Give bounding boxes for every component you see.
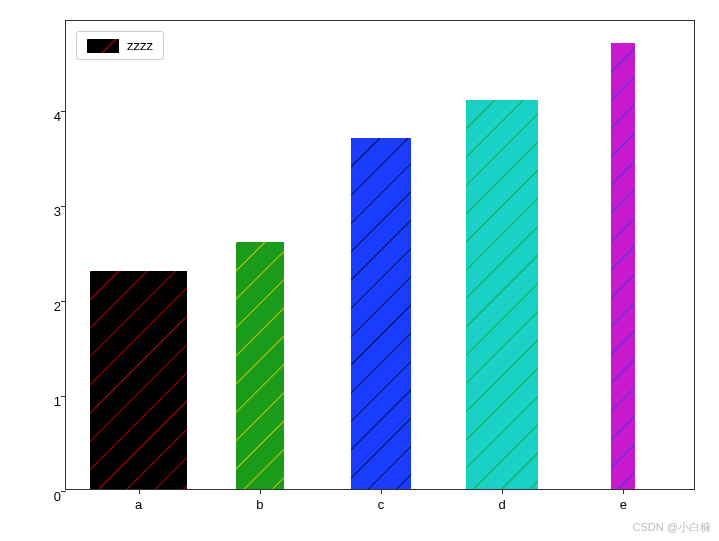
y-tick-label: 1	[54, 394, 61, 409]
legend-swatch	[87, 39, 119, 53]
y-tick-mark	[61, 111, 66, 112]
x-tick-mark	[139, 489, 140, 494]
chart-axes: zzzz 01234abcde	[65, 20, 695, 490]
y-tick-label: 4	[54, 109, 61, 124]
y-tick-mark	[61, 206, 66, 207]
chart-legend: zzzz	[76, 31, 164, 60]
x-tick-label: d	[499, 497, 506, 512]
y-tick-label: 2	[54, 299, 61, 314]
bar	[351, 138, 412, 489]
x-tick-label: c	[378, 497, 385, 512]
svg-rect-10	[351, 138, 412, 489]
x-tick-mark	[260, 489, 261, 494]
y-tick-label: 0	[54, 489, 61, 504]
legend-label: zzzz	[127, 38, 153, 53]
x-tick-label: b	[256, 497, 263, 512]
svg-rect-14	[611, 43, 635, 489]
svg-rect-16	[87, 39, 119, 53]
svg-rect-6	[90, 271, 187, 489]
bar	[90, 271, 187, 489]
y-tick-label: 3	[54, 204, 61, 219]
bar	[466, 100, 539, 489]
x-tick-mark	[381, 489, 382, 494]
y-tick-mark	[61, 396, 66, 397]
x-tick-mark	[623, 489, 624, 494]
svg-rect-8	[236, 242, 284, 489]
y-tick-mark	[61, 301, 66, 302]
watermark: CSDN @小白糠	[633, 520, 711, 535]
x-tick-label: e	[620, 497, 627, 512]
bar	[611, 43, 635, 489]
y-tick-mark	[61, 491, 66, 492]
bar	[236, 242, 284, 489]
x-tick-label: a	[135, 497, 142, 512]
svg-rect-12	[466, 100, 539, 489]
plot-area	[66, 21, 694, 489]
x-tick-mark	[502, 489, 503, 494]
